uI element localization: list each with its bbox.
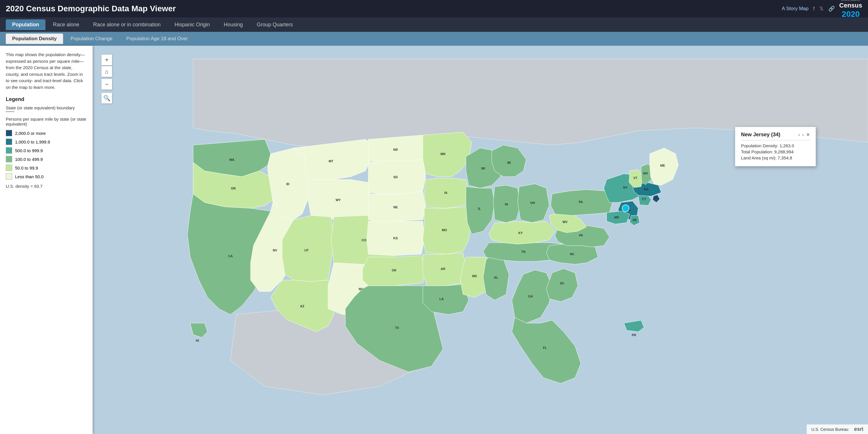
- popup-land-label: Land Area (sq mi):: [741, 155, 777, 160]
- legend-title: Legend: [6, 96, 87, 102]
- legend-swatch: [6, 147, 12, 154]
- state-ky: [489, 221, 555, 244]
- census-text: Census: [839, 2, 862, 9]
- state-pa: [551, 189, 612, 215]
- popup-close-button[interactable]: ✕: [806, 132, 810, 137]
- legend-section: Legend State (or state equivalent) bound…: [6, 96, 87, 189]
- popup-prev-button[interactable]: ‹: [798, 132, 800, 137]
- state-sd: [368, 159, 426, 194]
- state-nd: [368, 135, 426, 162]
- app-title: 2020 Census Demographic Data Map Viewer: [6, 4, 176, 13]
- zoom-in-button[interactable]: +: [101, 54, 112, 65]
- home-button[interactable]: ⌂: [101, 66, 112, 77]
- us-density: U.S. density = 93.7: [6, 184, 87, 189]
- popup: New Jersey (34) ‹ › ✕ Population Density…: [735, 127, 816, 166]
- subtab-population-density[interactable]: Population Density: [6, 34, 63, 44]
- legend-item-label: 50.0 to 99.9: [15, 165, 38, 170]
- legend-item: 50.0 to 99.9: [6, 165, 87, 171]
- subtab-population-age[interactable]: Population Age 18 and Over: [120, 34, 194, 44]
- esri-label: esri: [854, 426, 863, 432]
- tab-race-alone[interactable]: Race alone: [46, 20, 86, 30]
- map-area[interactable]: + ⌂ − 🔍 WA OR CA ID: [93, 46, 868, 434]
- popup-density-label: Population Density:: [741, 143, 778, 148]
- legend-item-label: 2,000.0 or more: [15, 131, 46, 136]
- tab-race-combination[interactable]: Race alone or in combination: [87, 20, 167, 30]
- footer: U.S. Census Bureau esri: [807, 425, 868, 434]
- legend-item: 100.0 to 499.9: [6, 156, 87, 162]
- state-ar: [423, 253, 466, 286]
- popup-land-value: 7,354.8: [778, 155, 792, 160]
- legend-item: Less than 50.0: [6, 173, 87, 180]
- popup-density-value: 1,263.0: [779, 143, 794, 148]
- census-year: 2020: [842, 9, 860, 19]
- boundary-line: [6, 112, 14, 112]
- map-controls: + ⌂ − 🔍: [101, 54, 112, 103]
- facebook-icon[interactable]: f: [813, 6, 815, 12]
- popup-population-value: 9,288,994: [774, 149, 794, 154]
- census-bureau-label: U.S. Census Bureau: [811, 427, 848, 432]
- legend-item-label: Less than 50.0: [15, 174, 43, 179]
- popup-title: New Jersey (34): [741, 132, 780, 138]
- boundary-label: State (or state equivalent) boundary: [6, 105, 87, 110]
- legend-swatch: [6, 173, 12, 180]
- left-panel: This map shows the population density—ex…: [0, 46, 93, 434]
- tab-housing[interactable]: Housing: [217, 20, 249, 30]
- legend-item-label: 1,000.0 to 1,999.9: [15, 140, 50, 144]
- state-ia: [424, 178, 469, 208]
- popup-density-row: Population Density: 1,263.0: [741, 143, 810, 148]
- popup-population-row: Total Population: 9,288,994: [741, 149, 810, 154]
- legend-item: 500.0 to 999.9: [6, 147, 87, 154]
- state-wy: [308, 180, 371, 220]
- popup-population-label: Total Population:: [741, 149, 773, 154]
- subtab-population-change[interactable]: Population Change: [64, 34, 119, 44]
- legend-swatch: [6, 156, 12, 162]
- legend-item-label: 100.0 to 499.9: [15, 157, 43, 162]
- state-ok: [363, 256, 426, 286]
- story-map-link[interactable]: A Story Map: [782, 6, 809, 11]
- zoom-out-button[interactable]: −: [101, 79, 112, 90]
- twitter-icon[interactable]: 𝕏: [819, 5, 824, 12]
- legend-item: 2,000.0 or more: [6, 130, 87, 136]
- density-label: Persons per square mile by state (or sta…: [6, 117, 87, 126]
- description-text: This map shows the population density—ex…: [6, 52, 87, 91]
- map-pin: [622, 205, 629, 212]
- state-ks: [367, 221, 425, 255]
- legend-swatch: [6, 130, 12, 136]
- search-button[interactable]: 🔍: [101, 93, 112, 103]
- header-right: A Story Map f 𝕏 🔗 United States® Census …: [782, 0, 862, 19]
- tab-population[interactable]: Population: [6, 20, 45, 30]
- tab-hispanic-origin[interactable]: Hispanic Origin: [168, 20, 216, 30]
- legend-items: 2,000.0 or more 1,000.0 to 1,999.9 500.0…: [6, 130, 87, 180]
- legend-swatch: [6, 138, 12, 145]
- legend-item-label: 500.0 to 999.9: [15, 148, 43, 153]
- link-icon[interactable]: 🔗: [828, 5, 835, 12]
- popup-header: New Jersey (34) ‹ › ✕: [741, 132, 810, 140]
- map-svg: WA OR CA ID NV MT WY UT AZ: [93, 46, 868, 434]
- nav-tabs: Population Race alone Race alone or in c…: [0, 18, 868, 32]
- popup-controls: ‹ › ✕: [798, 132, 810, 137]
- state-mo: [423, 207, 472, 254]
- state-in: [493, 185, 521, 222]
- state-md: [607, 211, 629, 224]
- legend-swatch: [6, 165, 12, 171]
- header: 2020 Census Demographic Data Map Viewer …: [0, 0, 868, 18]
- main-content: This map shows the population density—ex…: [0, 46, 868, 434]
- tab-group-quarters[interactable]: Group Quarters: [250, 20, 299, 30]
- sub-tabs: Population Density Population Change Pop…: [0, 32, 868, 46]
- state-ne: [368, 191, 426, 221]
- popup-land-row: Land Area (sq mi): 7,354.8: [741, 155, 810, 160]
- census-logo: United States® Census 2020: [839, 0, 862, 19]
- state-oh: [518, 184, 549, 222]
- legend-item: 1,000.0 to 1,999.9: [6, 138, 87, 145]
- state-al: [483, 257, 509, 300]
- popup-next-button[interactable]: ›: [802, 132, 804, 137]
